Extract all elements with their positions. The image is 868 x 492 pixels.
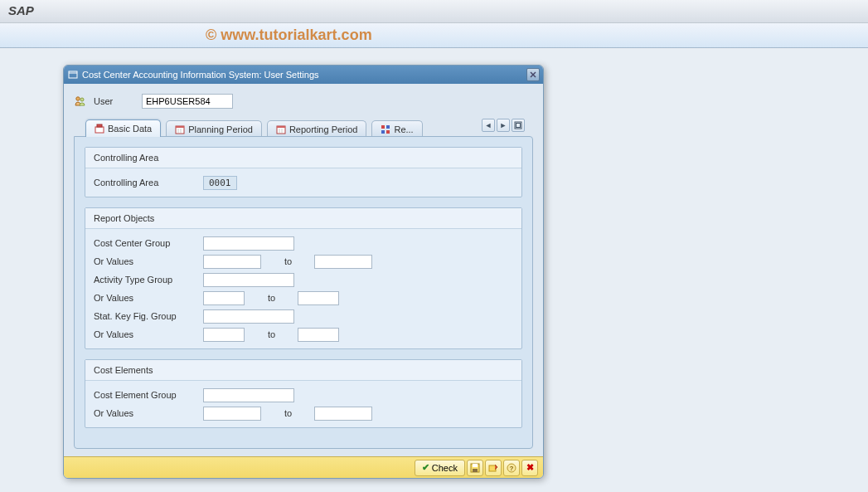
svg-point-5 [80, 98, 84, 101]
svg-rect-9 [176, 126, 184, 128]
svg-rect-6 [95, 127, 104, 133]
controlling-area-value[interactable]: 0001 [203, 176, 237, 190]
dialog-title: Cost Center Accounting Information Syste… [82, 70, 319, 80]
cost-element-group-input[interactable] [203, 388, 294, 402]
help-button[interactable]: ? [503, 460, 520, 476]
svg-point-4 [76, 97, 80, 100]
to-label: to [261, 408, 314, 418]
dialog-footer: ✔ Check ? ✖ [64, 456, 543, 478]
activity-type-to-input[interactable] [298, 291, 339, 305]
calendar-icon [276, 124, 286, 134]
field-row: Cost Element Group [94, 386, 513, 404]
user-row: User [74, 90, 533, 119]
tab-label: Re... [394, 124, 413, 134]
dialog-body: User Basic Data Planni [64, 84, 543, 456]
activity-type-group-input[interactable] [203, 273, 294, 287]
tab-re[interactable]: Re... [371, 120, 422, 137]
field-row: Activity Type Group [94, 270, 513, 289]
group-cost-elements: Cost Elements Cost Element Group Or Valu… [85, 359, 522, 428]
svg-rect-24 [473, 469, 478, 472]
tab-scroll-left-button[interactable]: ◄ [482, 119, 495, 132]
field-row: Or Values to [94, 404, 513, 422]
group-title: Cost Elements [85, 360, 521, 381]
or-values-label: Or Values [94, 293, 203, 303]
tab-label: Planning Period [188, 124, 253, 134]
stat-key-fig-group-input[interactable] [203, 309, 294, 324]
cost-center-group-input[interactable] [203, 236, 294, 251]
tab-nav: ◄ ► [482, 119, 525, 132]
field-row: Controlling Area 0001 [94, 173, 513, 192]
tab-label: Basic Data [108, 124, 152, 134]
calendar-icon [175, 124, 185, 134]
save-button[interactable] [467, 460, 483, 476]
tab-reporting-period[interactable]: Reporting Period [267, 120, 367, 137]
cost-element-from-input[interactable] [203, 407, 261, 421]
to-label: to [245, 293, 298, 303]
svg-rect-13 [277, 126, 285, 128]
group-title: Controlling Area [85, 148, 521, 168]
field-row: Cost Center Group [94, 234, 513, 252]
user-field[interactable] [142, 94, 233, 109]
save-icon [470, 463, 480, 473]
activity-type-from-input[interactable] [203, 291, 245, 305]
tabstrip: Basic Data Planning Period Reporting Per… [74, 119, 533, 137]
cancel-icon: ✖ [526, 462, 534, 473]
svg-rect-19 [386, 130, 390, 134]
svg-rect-18 [381, 130, 385, 134]
cost-center-to-input[interactable] [314, 255, 372, 269]
or-values-label: Or Values [94, 256, 203, 266]
app-title: SAP [8, 3, 34, 17]
tab-label: Reporting Period [289, 124, 358, 134]
controlling-area-label: Controlling Area [94, 178, 203, 188]
tab-list-button[interactable] [512, 119, 525, 132]
cancel-button[interactable]: ✖ [521, 460, 538, 476]
user-icon [74, 95, 85, 107]
cost-center-from-input[interactable] [203, 255, 261, 269]
to-label: to [261, 256, 314, 266]
stat-key-fig-to-input[interactable] [298, 328, 339, 342]
user-label: User [94, 96, 133, 106]
svg-rect-25 [489, 465, 496, 471]
cost-element-group-label: Cost Element Group [94, 390, 203, 400]
tab-scroll-right-button[interactable]: ► [497, 119, 510, 132]
grid-icon [381, 124, 390, 134]
dialog-titlebar: Cost Center Accounting Information Syste… [64, 66, 543, 84]
basic-data-icon [95, 124, 104, 134]
svg-rect-7 [97, 124, 102, 127]
tab-panel-basic-data: Controlling Area Controlling Area 0001 R… [74, 136, 533, 449]
dialog-icon [67, 69, 79, 80]
app-titlebar: SAP [0, 0, 868, 23]
check-button[interactable]: ✔ Check [415, 460, 465, 476]
or-values-label: Or Values [94, 408, 203, 418]
svg-rect-23 [473, 464, 478, 467]
app-toolbar [0, 23, 868, 48]
canvas: Cost Center Accounting Information Syste… [0, 48, 868, 479]
svg-rect-21 [516, 124, 521, 128]
svg-rect-16 [381, 125, 385, 129]
svg-rect-17 [386, 125, 390, 129]
stat-key-fig-from-input[interactable] [203, 328, 245, 342]
dialog-close-button[interactable] [526, 68, 540, 81]
group-report-objects: Report Objects Cost Center Group Or Valu… [85, 207, 522, 349]
field-row: Or Values to [94, 289, 513, 307]
group-controlling-area: Controlling Area Controlling Area 0001 [85, 147, 522, 197]
svg-rect-0 [69, 71, 77, 78]
check-label: Check [432, 463, 458, 473]
field-row: Stat. Key Fig. Group [94, 307, 513, 325]
delete-button[interactable] [485, 460, 502, 476]
tab-basic-data[interactable]: Basic Data [85, 119, 161, 137]
stat-key-fig-group-label: Stat. Key Fig. Group [94, 311, 203, 321]
tab-planning-period[interactable]: Planning Period [166, 120, 262, 137]
check-icon: ✔ [422, 462, 429, 473]
svg-text:?: ? [510, 465, 514, 472]
question-icon: ? [507, 463, 516, 473]
dialog-user-settings: Cost Center Accounting Information Syste… [63, 65, 544, 479]
or-values-label: Or Values [94, 329, 203, 339]
watermark: www.tutorialkart.com [206, 27, 372, 44]
group-title: Report Objects [85, 208, 521, 229]
field-row: Or Values to [94, 325, 513, 343]
field-row: Or Values to [94, 252, 513, 270]
to-label: to [245, 329, 298, 339]
cost-element-to-input[interactable] [314, 407, 372, 421]
cost-center-group-label: Cost Center Group [94, 238, 203, 248]
